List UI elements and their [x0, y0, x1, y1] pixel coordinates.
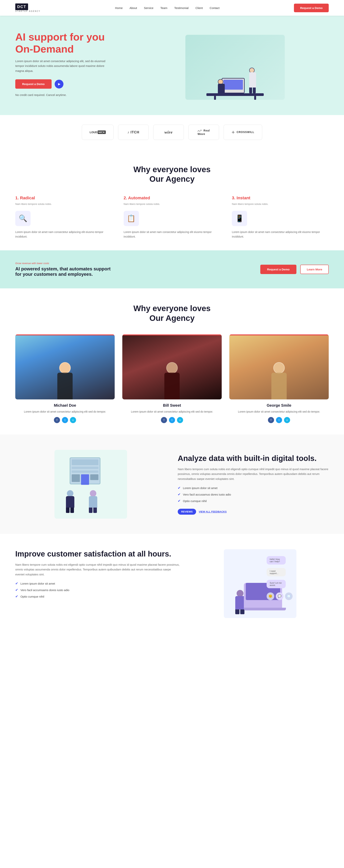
woman-leg1	[235, 610, 240, 614]
logo[interactable]: DCT STARTUP AGENCY	[15, 3, 40, 12]
check-icon-1: ✔	[178, 486, 181, 490]
analyze-check-1: ✔ Lorem ipsum dolor sit amet	[178, 486, 329, 490]
facebook-icon-2[interactable]: f	[161, 417, 167, 423]
desk-surface	[207, 93, 264, 96]
desk-illustration	[202, 62, 268, 100]
nav-contact[interactable]: Contact	[210, 6, 220, 9]
nav-home[interactable]: Home	[115, 6, 123, 9]
analyze-check-2: ✔ Vero facil accusamus dores iusto adio	[178, 492, 329, 496]
laptop-base	[244, 608, 286, 610]
improve-title: Improve customer satisfaction at all hou…	[15, 549, 180, 558]
nav-demo-button[interactable]: Request a Demo	[294, 4, 329, 12]
why-item-3-icon: 📱	[232, 211, 247, 226]
twitter-icon-1[interactable]: t	[62, 417, 68, 423]
why-item-1-title: 1. Radical	[15, 195, 112, 200]
analyze-image-box	[55, 450, 127, 519]
check-icon-3: ✔	[178, 499, 181, 503]
person1	[218, 79, 225, 93]
logo-wire: wire	[153, 125, 184, 140]
logo-crosswill-label: CROSSWILL	[231, 130, 254, 134]
analyze-person1	[66, 490, 74, 513]
logo-itch-label: ♪ ITCH	[127, 130, 139, 134]
desk-leg1	[214, 96, 216, 100]
hero-illustration	[142, 35, 329, 100]
why-section: Why everyone loves Our Agency 1. Radical…	[0, 150, 344, 250]
logos-section: LOUDNICK ♪ ITCH wire RealWave CROSSWILL	[0, 115, 344, 150]
team-title: Why everyone loves Our Agency	[15, 304, 329, 323]
analyze-checklist: ✔ Lorem ipsum dolor sit amet ✔ Vero faci…	[178, 486, 329, 503]
desk-leg2	[254, 96, 256, 100]
hero-title-accent: On-Demand	[15, 43, 74, 55]
improve-section: Improve customer satisfaction at all hou…	[0, 534, 344, 633]
analyze-illustration	[15, 450, 166, 519]
hero-note: No credit card required. Cancel anytime.	[15, 93, 107, 97]
cta-title: AI powered system, that automates suppor…	[15, 266, 111, 277]
view-all-feedbacks-link[interactable]: VIEW ALL FEEDBACKS	[199, 510, 227, 513]
person2-leg2	[253, 88, 256, 93]
team-title-line2: Our Agency	[150, 314, 195, 322]
nav-service[interactable]: Service	[144, 6, 153, 9]
hero-play-button[interactable]	[55, 80, 63, 89]
team-member-2-bio: Lorem ipsum dolor sit amet consectetur a…	[122, 409, 222, 414]
hero-section: AI support for you On-Demand Lorem ipsum…	[0, 16, 344, 115]
team-title-line1: Why everyone loves	[133, 304, 211, 313]
chat-bubble-1: Hello! How can I help?	[267, 556, 286, 564]
why-title: Why everyone loves Our Agency	[15, 165, 329, 184]
facebook-icon-3[interactable]: f	[268, 417, 274, 423]
woman-figure	[235, 590, 245, 614]
why-item-1-num: 1.	[15, 195, 19, 200]
hero-description: Lorem ipsum dolor sit amet consectetur a…	[15, 59, 107, 73]
why-item-3-title: 3. Instant	[232, 195, 329, 200]
improve-check-3: ✔ Optio cumque nihil	[15, 594, 180, 598]
vimeo-icon-3[interactable]: v	[284, 417, 290, 423]
why-item-3: 3. Instant Nam libero tempore soluta nob…	[232, 195, 329, 239]
improve-check-1: ✔ Lorem ipsum dolor sit amet	[15, 581, 180, 586]
team-photo-1	[15, 335, 115, 399]
nav-client[interactable]: Client	[195, 6, 203, 9]
check-icon-2: ✔	[178, 492, 181, 496]
improve-image-box: Hello! How can I help? I need support...…	[224, 549, 296, 618]
why-title-line2: Our Agency	[150, 175, 195, 183]
analyze-person2-head	[90, 490, 96, 497]
logo-text: DCT	[15, 3, 28, 10]
cta-demo-button[interactable]: Request a Demo	[260, 265, 296, 274]
person2-leg1	[249, 88, 252, 93]
cta-buttons: Request a Demo Learn More	[260, 265, 329, 274]
team-member-1: Michael Doe Lorem ipsum dolor sit amet c…	[15, 335, 115, 423]
twitter-icon-2[interactable]: t	[169, 417, 175, 423]
logo-subtitle: STARTUP AGENCY	[15, 10, 40, 12]
team-photo-3	[229, 335, 329, 399]
improve-check-icon-1: ✔	[15, 581, 18, 586]
vimeo-icon-2[interactable]: v	[177, 417, 183, 423]
woman-head	[237, 590, 244, 597]
analyze-person2-body	[89, 496, 97, 507]
logo-realwave-label: RealWave	[198, 129, 210, 135]
logo-loudnick: LOUDNICK	[82, 125, 114, 140]
improve-illustration: Hello! How can I help? I need support...…	[191, 549, 329, 618]
analyze-body: Nam libero tempore cum soluta nobis est …	[178, 467, 329, 482]
reviews-tag[interactable]: REVIEWS	[178, 509, 196, 515]
nav-about[interactable]: About	[130, 6, 137, 9]
twitter-icon-3[interactable]: t	[276, 417, 282, 423]
analyze-person1-head	[67, 490, 73, 497]
hero-text: AI support for you On-Demand Lorem ipsum…	[15, 31, 130, 103]
analyze-check-3: ✔ Optio cumque nihil	[178, 499, 329, 503]
team-photo-1-bg	[15, 335, 115, 399]
vimeo-icon-1[interactable]: v	[70, 417, 76, 423]
hero-demo-button[interactable]: Request a Demo	[15, 79, 52, 89]
why-title-line1: Why everyone loves	[133, 165, 211, 174]
team-member-1-name: Michael Doe	[15, 403, 115, 408]
team-title-h2: Why everyone loves Our Agency	[15, 304, 329, 323]
facebook-icon-1[interactable]: f	[54, 417, 60, 423]
chat-bubble-3: Sure! Let me assist.	[267, 580, 286, 588]
person2-legs	[249, 88, 256, 93]
why-item-3-sub: Nam libero tempore soluta nobis.	[232, 202, 329, 206]
nav-team[interactable]: Team	[160, 6, 167, 9]
improve-body: Nam libero tempore cum soluta nobis est …	[15, 562, 180, 577]
why-item-1-body: Lorem ipsum dolor sit amet nam consectet…	[15, 230, 112, 239]
nav-testimonial[interactable]: Testimonial	[174, 6, 189, 9]
why-item-2-title: 2. Automated	[124, 195, 221, 200]
why-grid: 1. Radical Nam libero tempore soluta nob…	[15, 195, 329, 239]
analyze-title: Analyze data with built-in digital tools…	[178, 454, 329, 463]
cta-learn-button[interactable]: Learn More	[300, 265, 329, 274]
